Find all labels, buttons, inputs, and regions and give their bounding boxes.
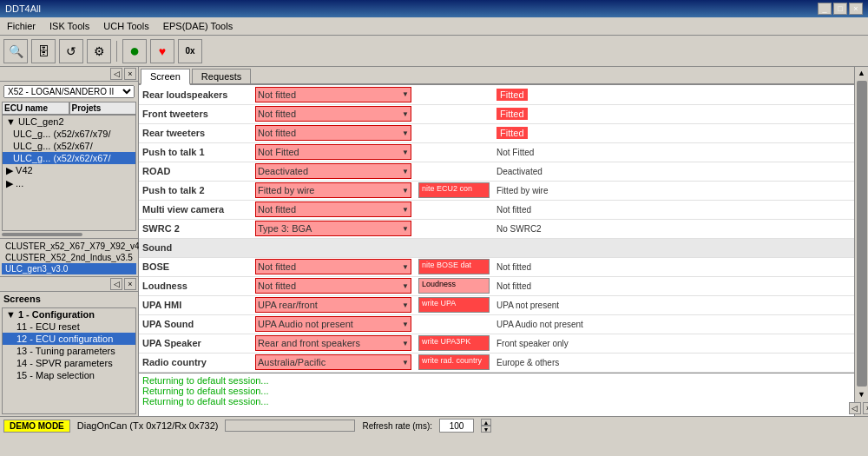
ecu-section: ◁ × X52 - LOGAN/SANDERO II ECU name Proj… <box>0 67 138 239</box>
log-line: Returning to default session... <box>142 396 851 406</box>
row-dropdown-cell: Not fitted ▼ <box>252 257 415 276</box>
menu-isk-tools[interactable]: ISK Tools <box>46 19 93 33</box>
table-row: Front tweeters Not fitted ▼ Fitted <box>139 104 854 123</box>
scroll-up-btn[interactable]: ▲ <box>856 67 867 79</box>
refresh-input[interactable] <box>439 419 474 433</box>
menu-uch-tools[interactable]: UCH Tools <box>100 19 152 33</box>
ecu-panel-btn2[interactable]: × <box>124 68 136 80</box>
row-dropdown[interactable]: Not fitted ▼ <box>255 106 411 122</box>
row-write-cell <box>415 219 493 238</box>
row-write-cell <box>415 123 493 142</box>
cluster-item-2[interactable]: CLUSTER_X52_2nd_Indus_v3.5 <box>2 252 136 263</box>
table-row: Rear loudspeakers Not fitted ▼ Fitted <box>139 85 854 104</box>
row-dropdown[interactable]: Not fitted ▼ <box>255 278 411 294</box>
screen-map[interactable]: 15 - Map selection <box>3 369 135 381</box>
row-dropdown-cell: Not fitted ▼ <box>252 276 415 295</box>
tree-ulc-g3[interactable]: ULC_g... (x52/x62/x67/ <box>3 152 135 164</box>
cluster-item-1[interactable]: CLUSTER_x52_X67_X79_X92_v4.6 <box>2 241 136 252</box>
write-btn[interactable]: write UPA3PK <box>418 335 490 351</box>
scroll-down-btn[interactable]: ▼ <box>856 388 867 400</box>
row-dropdown-cell: UPA rear/front ▼ <box>252 295 415 314</box>
refresh-up-btn[interactable]: ▲ <box>481 419 491 426</box>
status-bar: DEMO MODE DiagOnCan (Tx 0x712/Rx 0x732) … <box>0 416 868 435</box>
menu-fichier[interactable]: Fichier <box>3 19 39 33</box>
settings-tool-btn[interactable]: ⚙ <box>87 39 111 63</box>
heart-btn[interactable]: ♥ <box>150 39 174 63</box>
write-btn[interactable]: nite ECU2 con <box>418 182 490 198</box>
row-dropdown[interactable]: UPA Audio not present ▼ <box>255 316 411 332</box>
row-current: Fitted <box>493 104 854 123</box>
tree-ulc-gen2[interactable]: ▼ ULC_gen2 <box>3 116 135 128</box>
row-dropdown-cell: UPA Audio not present ▼ <box>252 314 415 334</box>
row-dropdown[interactable]: Not fitted ▼ <box>255 87 411 102</box>
refresh-down-btn[interactable]: ▼ <box>481 426 491 433</box>
row-dropdown[interactable]: Not fitted ▼ <box>255 202 411 217</box>
write-btn[interactable]: write UPA <box>418 297 490 313</box>
minimize-btn[interactable]: _ <box>818 3 832 15</box>
row-label: Loudness <box>139 276 252 295</box>
table-row: UPA HMI UPA rear/front ▼ write UPA UPA n… <box>139 295 854 314</box>
screen-ecu-reset[interactable]: 11 - ECU reset <box>3 321 135 333</box>
ecu-panel-btn1[interactable]: ◁ <box>110 68 122 80</box>
close-btn[interactable]: × <box>849 3 863 15</box>
cluster-item-3[interactable]: ULC_gen3_v3.0 <box>2 263 136 274</box>
table-row: Multi view camera Not fitted ▼ Not fitte… <box>139 200 854 219</box>
row-label: ROAD <box>139 162 252 181</box>
screen-ecu-config[interactable]: 12 - ECU configuration <box>3 333 135 345</box>
tree-ulc-g2[interactable]: ULC_g... (x52/x67/ <box>3 140 135 152</box>
row-dropdown[interactable]: Type 3: BGA ▼ <box>255 221 411 236</box>
row-dropdown[interactable]: Not fitted ▼ <box>255 259 411 274</box>
scroll-extra-btn2[interactable]: × <box>863 402 869 414</box>
green-circle-btn[interactable]: ● <box>122 39 147 63</box>
row-current: Front speaker only <box>493 334 854 353</box>
screen-tuning[interactable]: 13 - Tuning parameters <box>3 345 135 357</box>
right-scrollbar[interactable]: ▲ ▼ ◁ × <box>854 67 868 416</box>
write-btn[interactable]: nite BOSE dat <box>418 259 490 274</box>
tree-dots[interactable]: ▶ ... <box>3 177 135 190</box>
maximize-btn[interactable]: □ <box>833 3 847 15</box>
scroll-extra-btn1[interactable]: ◁ <box>849 402 861 414</box>
progress-bar <box>225 420 355 432</box>
title-bar: DDT4All _ □ × <box>0 0 868 17</box>
row-dropdown-cell: Rear and front speakers ▼ <box>252 334 415 353</box>
refresh-tool-btn[interactable]: ↺ <box>59 39 83 63</box>
row-dropdown[interactable]: UPA rear/front ▼ <box>255 297 411 313</box>
ecu-dropdown[interactable]: X52 - LOGAN/SANDERO II <box>3 85 135 98</box>
row-label: UPA HMI <box>139 295 252 314</box>
screens-label: Screens <box>0 292 138 306</box>
row-dropdown[interactable]: Not Fitted ▼ <box>255 144 411 160</box>
row-write-cell <box>415 162 493 181</box>
screens-list: ▼ 1 - Configuration 11 - ECU reset 12 - … <box>2 307 136 414</box>
write-btn[interactable]: Loudness <box>418 278 490 294</box>
screens-section: ◁ × Screens ▼ 1 - Configuration 11 - ECU… <box>0 277 138 416</box>
row-dropdown-cell: Australia/Pacific ▼ <box>252 353 415 372</box>
table-row: Rear tweeters Not fitted ▼ Fitted <box>139 123 854 142</box>
search-tool-btn[interactable]: 🔍 <box>3 39 28 63</box>
screen-spvr[interactable]: 14 - SPVR parameters <box>3 357 135 369</box>
screen-config-group[interactable]: ▼ 1 - Configuration <box>3 308 135 321</box>
row-dropdown[interactable]: Rear and front speakers ▼ <box>255 335 411 351</box>
ecu-selector[interactable]: X52 - LOGAN/SANDERO II <box>3 85 135 98</box>
row-current: No SWRC2 <box>493 219 854 238</box>
app-title: DDT4All <box>5 3 41 14</box>
menu-eps-tools[interactable]: EPS(DAE) Tools <box>160 19 237 33</box>
row-dropdown[interactable]: Deactivated ▼ <box>255 163 411 179</box>
tab-requests[interactable]: Requests <box>192 69 251 83</box>
table-row: Loudness Not fitted ▼ Loudness Not fitte… <box>139 276 854 295</box>
screens-panel-btn1[interactable]: ◁ <box>110 278 122 290</box>
write-btn[interactable]: write rad. country <box>418 354 490 370</box>
scroll-thumb <box>857 81 867 387</box>
row-current: Not Fitted <box>493 142 854 162</box>
row-dropdown[interactable]: Not fitted ▼ <box>255 125 411 141</box>
tree-v42[interactable]: ▶ V42 <box>3 164 135 177</box>
screens-panel-btn2[interactable]: × <box>124 278 136 290</box>
tab-screen[interactable]: Screen <box>141 69 190 85</box>
row-current: Fitted <box>493 85 854 104</box>
table-row: Sound <box>139 238 854 257</box>
row-dropdown[interactable]: Australia/Pacific ▼ <box>255 354 411 370</box>
hex-btn[interactable]: 0x <box>178 39 202 63</box>
row-dropdown[interactable]: Fitted by wire ▼ <box>255 182 411 198</box>
database-tool-btn[interactable]: 🗄 <box>31 39 56 63</box>
tree-ulc-g1[interactable]: ULC_g... (x52/x67/x79/ <box>3 128 135 140</box>
cluster-section: CLUSTER_x52_X67_X79_X92_v4.6 CLUSTER_X52… <box>0 239 138 277</box>
